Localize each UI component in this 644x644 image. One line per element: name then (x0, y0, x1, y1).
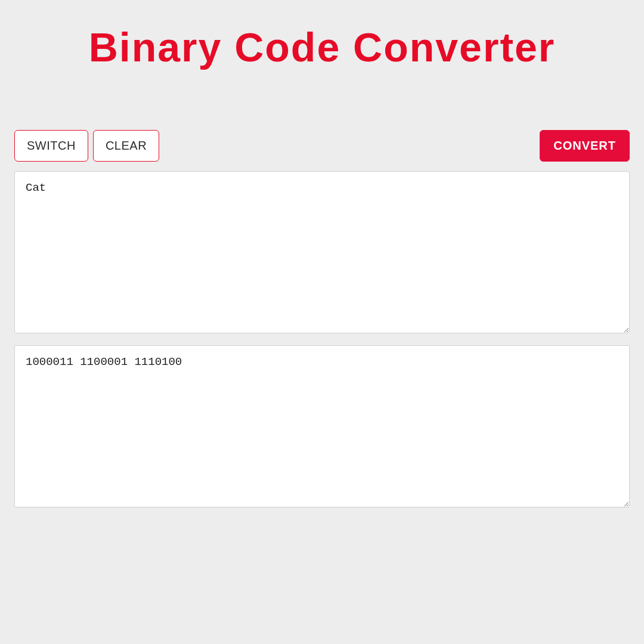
clear-button[interactable]: CLEAR (93, 130, 159, 162)
convert-button[interactable]: CONVERT (540, 130, 630, 162)
app-container: Binary Code Converter SWITCH CLEAR CONVE… (0, 0, 644, 537)
toolbar-left-group: SWITCH CLEAR (14, 130, 159, 162)
output-textarea[interactable] (14, 345, 630, 507)
switch-button[interactable]: SWITCH (14, 130, 88, 162)
toolbar: SWITCH CLEAR CONVERT (14, 130, 630, 162)
page-title: Binary Code Converter (14, 24, 630, 70)
input-textarea[interactable] (14, 171, 630, 333)
